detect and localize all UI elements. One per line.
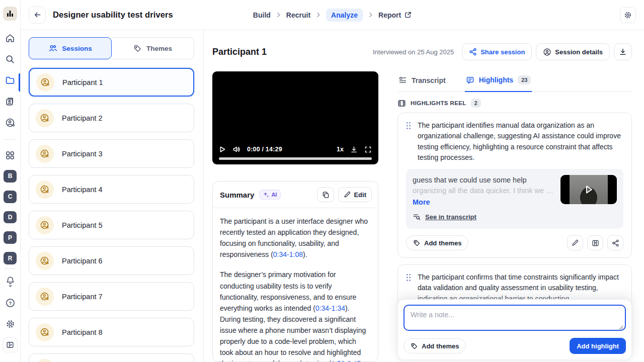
breadcrumb-build[interactable]: Build [253, 11, 271, 19]
svg-text:$: $ [47, 118, 49, 122]
remove-from-reel-button[interactable] [587, 235, 603, 250]
play-icon[interactable] [219, 146, 226, 153]
edit-summary-button[interactable]: Edit [338, 187, 372, 202]
session-view: Participant 1 Interviewed on 25 Aug 2025… [204, 30, 644, 362]
highlights-reel-row: HIGHLIGHTS REEL 2 [397, 99, 632, 108]
film-icon [397, 99, 406, 108]
volume-icon[interactable] [232, 145, 240, 153]
add-themes-button[interactable]: Add themes [404, 338, 466, 353]
breadcrumb-recruit[interactable]: Recruit [286, 11, 310, 19]
collapse-sidebar-button[interactable] [3, 337, 18, 352]
rail-divider [5, 139, 16, 140]
ai-badge: AI [259, 190, 281, 200]
note-input[interactable] [404, 305, 626, 331]
notifications-button[interactable] [5, 276, 16, 287]
active-rail-indicator [19, 73, 20, 92]
breadcrumb-report[interactable]: Report [378, 11, 412, 19]
participant-card-1[interactable]: $ Participant 1 [29, 68, 194, 97]
chevron-right-icon [315, 12, 321, 18]
search-icon [5, 54, 15, 64]
add-themes-label: Add themes [422, 342, 459, 350]
nav-apps[interactable] [5, 150, 16, 161]
highlight-card-footer: Add themes [406, 235, 623, 250]
help-button[interactable]: ? [5, 297, 16, 308]
sparkle-icon [263, 192, 269, 198]
project-settings-button[interactable] [620, 7, 636, 23]
playback-speed[interactable]: 1x [337, 146, 344, 153]
more-link[interactable]: More [413, 197, 553, 208]
gear-icon [5, 319, 16, 329]
workspace-avatar-d[interactable]: D [4, 211, 17, 224]
copy-icon [322, 191, 330, 199]
ai-badge-label: AI [271, 192, 277, 198]
timestamp-link[interactable]: 0:34-1:34 [315, 304, 345, 312]
id-badge-icon [5, 97, 15, 107]
topbar: Designer usability test drivers Build Re… [21, 0, 644, 30]
see-in-transcript-link[interactable]: See in transcript [413, 213, 476, 221]
workspace-avatar-c[interactable]: C [4, 191, 17, 203]
download-icon[interactable] [350, 146, 358, 153]
rail-divider-2 [5, 268, 16, 269]
participant-avatar: $ [36, 180, 54, 199]
reel-count-badge: 2 [471, 99, 481, 108]
breadcrumb: Build Recruit Analyze Report [253, 9, 412, 22]
drag-handle-icon[interactable] [406, 122, 411, 163]
workspace-avatar-r[interactable]: R [4, 252, 17, 264]
fullscreen-icon[interactable] [364, 146, 372, 153]
summary-title: Summary [220, 191, 254, 199]
timestamp-link[interactable]: 1:53-2:45, [331, 359, 363, 361]
share-highlight-button[interactable] [607, 235, 623, 250]
download-session-button[interactable] [614, 43, 632, 60]
nav-projects[interactable] [5, 75, 16, 86]
session-body: 0:00 / 14:29 1x [212, 71, 632, 362]
tab-sessions[interactable]: Sessions [29, 37, 112, 59]
help-icon: ? [5, 298, 16, 308]
chevron-right-icon [275, 12, 282, 18]
participant-card-3[interactable]: $ Participant 3 [29, 139, 194, 168]
tab-transcript[interactable]: Transcript [397, 71, 447, 92]
breadcrumb-analyze[interactable]: Analyze [326, 9, 363, 22]
participant-label: Participant 8 [62, 328, 103, 336]
nav-contacts[interactable] [5, 96, 16, 107]
back-button[interactable] [29, 7, 46, 24]
tab-sessions-label: Sessions [62, 45, 92, 52]
add-highlight-button[interactable]: Add highlight [570, 338, 626, 354]
tab-highlights[interactable]: Highlights 23 [465, 71, 532, 92]
nav-participants[interactable]: $ [5, 117, 16, 128]
tab-themes[interactable]: Themes [112, 37, 194, 59]
app-logo[interactable] [3, 7, 17, 21]
svg-text:$: $ [47, 332, 49, 336]
svg-text:$: $ [47, 189, 49, 194]
workspace-avatar-p[interactable]: P [4, 231, 17, 244]
participant-card-9[interactable]: $ Participant 9 [29, 353, 194, 362]
nav-home[interactable] [5, 33, 16, 44]
timestamp-link[interactable]: 0:34-1:08 [273, 250, 303, 258]
participant-card-6[interactable]: $ Participant 6 [29, 246, 194, 275]
home-icon [5, 33, 15, 43]
session-details-button[interactable]: Session details [536, 43, 610, 60]
nav-search[interactable] [5, 54, 16, 65]
tab-transcript-label: Transcript [412, 76, 446, 84]
tag-icon [133, 44, 142, 53]
workspace-avatar-b[interactable]: B [4, 170, 17, 183]
participant-card-7[interactable]: $ Participant 7 [29, 282, 194, 311]
share-icon [612, 239, 619, 247]
quote-line-2: organizing all the data quicker. I think… [413, 186, 553, 196]
share-icon [469, 48, 477, 56]
page-title: Designer usability test drivers [53, 10, 173, 20]
resize-grip-icon[interactable] [619, 325, 623, 330]
highlights-reel-label: HIGHLIGHTS REEL [411, 100, 466, 106]
share-session-button[interactable]: Share session [462, 43, 532, 60]
video-progress-bar[interactable] [219, 157, 372, 160]
participant-card-8[interactable]: $ Participant 8 [29, 318, 194, 346]
edit-highlight-button[interactable] [567, 235, 583, 250]
participant-card-5[interactable]: $ Participant 5 [29, 211, 194, 239]
video-player[interactable]: 0:00 / 14:29 1x [212, 71, 378, 164]
copy-summary-button[interactable] [317, 187, 334, 202]
settings-button[interactable] [5, 318, 16, 329]
add-themes-button[interactable]: Add themes [406, 235, 468, 250]
participant-card-2[interactable]: $ Participant 2 [29, 104, 194, 132]
participant-card-4[interactable]: $ Participant 4 [29, 175, 194, 204]
clip-thumbnail[interactable] [560, 175, 617, 204]
transcript-icon [398, 76, 407, 84]
